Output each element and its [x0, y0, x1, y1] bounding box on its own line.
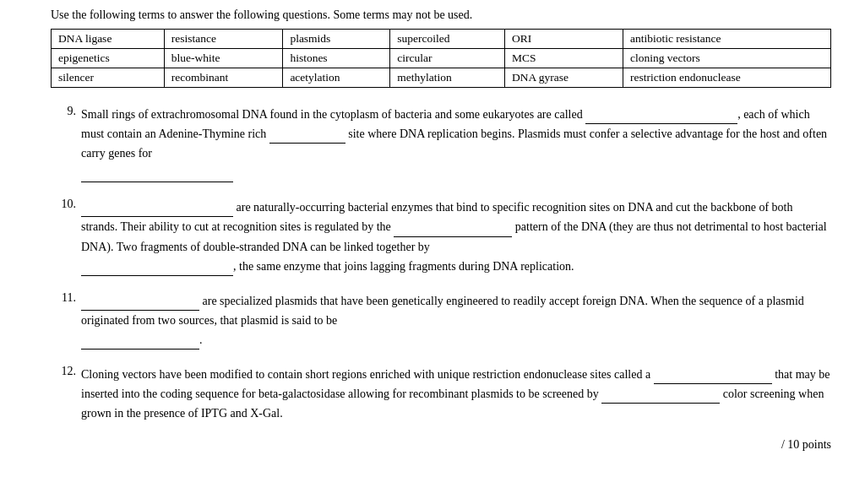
term-cell: restriction endonuclease	[623, 68, 830, 88]
term-cell: DNA ligase	[52, 30, 165, 49]
term-cell: histones	[283, 49, 390, 68]
questions-section: 9. Small rings of extrachromosomal DNA f…	[51, 105, 831, 423]
term-cell: antibiotic resistance	[623, 30, 830, 49]
term-cell: recombinant	[164, 68, 283, 88]
blank-12-1[interactable]	[654, 372, 772, 384]
blank-9-3[interactable]	[81, 171, 233, 182]
question-number-12: 12.	[51, 365, 76, 378]
term-cell: epigenetics	[52, 49, 165, 68]
term-cell: methylation	[390, 68, 505, 88]
question-number-9: 9.	[51, 105, 76, 118]
term-cell: ORI	[504, 30, 623, 49]
question-9-text: Small rings of extrachromosomal DNA foun…	[81, 105, 831, 182]
term-cell: blue-white	[164, 49, 283, 68]
question-11-text: are specialized plasmids that have been …	[81, 291, 831, 350]
blank-9-2[interactable]	[269, 132, 345, 144]
term-cell: DNA gyrase	[504, 68, 623, 88]
question-number-10: 10.	[51, 198, 76, 211]
blank-10-1[interactable]	[81, 205, 233, 217]
terms-table: DNA ligase resistance plasmids supercoil…	[51, 29, 831, 88]
question-12-text: Cloning vectors have been modified to co…	[81, 365, 831, 423]
question-10: 10. are naturally-occurring bacterial en…	[51, 198, 831, 275]
blank-11-2[interactable]	[81, 338, 199, 350]
term-cell: plasmids	[283, 30, 390, 49]
question-10-text: are naturally-occurring bacterial enzyme…	[81, 198, 831, 275]
table-row: epigenetics blue-white histones circular…	[52, 49, 831, 68]
blank-12-2[interactable]	[601, 392, 720, 404]
instruction-text: Use the following terms to answer the fo…	[51, 8, 831, 22]
term-cell: circular	[390, 49, 505, 68]
question-9: 9. Small rings of extrachromosomal DNA f…	[51, 105, 831, 182]
term-cell: resistance	[164, 30, 283, 49]
blank-10-3[interactable]	[81, 264, 233, 276]
question-12: 12. Cloning vectors have been modified t…	[51, 365, 831, 423]
term-cell: silencer	[52, 68, 165, 88]
question-number-11: 11.	[51, 291, 76, 305]
blank-10-2[interactable]	[394, 225, 512, 237]
term-cell: MCS	[504, 49, 623, 68]
table-row: silencer recombinant acetylation methyla…	[52, 68, 831, 88]
blank-11-1[interactable]	[81, 299, 199, 311]
footer-points: / 10 points	[51, 438, 831, 452]
term-cell: acetylation	[283, 68, 390, 88]
term-cell: cloning vectors	[623, 49, 830, 68]
question-11: 11. are specialized plasmids that have b…	[51, 291, 831, 350]
table-row: DNA ligase resistance plasmids supercoil…	[52, 30, 831, 49]
term-cell: supercoiled	[390, 30, 505, 49]
blank-9-1[interactable]	[585, 112, 737, 124]
